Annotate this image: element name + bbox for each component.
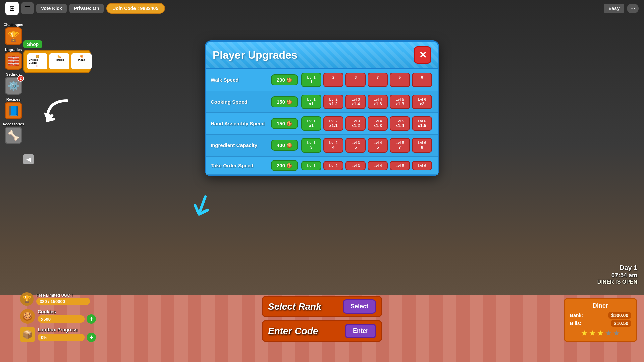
bottom-center-actions: Select Rank Select Enter Code Enter <box>262 296 382 342</box>
upgrade-row-hand-assembly: Hand Assembly Speed 150 🍪 Lvl 1 x1 Lvl 2… <box>206 113 438 135</box>
ingredient-capacity-name: Ingredient Capacity <box>211 142 268 148</box>
hand-assembly-cost[interactable]: 150 🍪 <box>271 118 298 129</box>
level-btn[interactable]: 6 <box>412 73 432 87</box>
level-btn[interactable]: 3 <box>345 73 366 87</box>
cooking-lvl6[interactable]: Lvl 6 x2 <box>412 95 432 109</box>
enter-code-label: Enter Code <box>268 326 341 337</box>
hand-assembly-cost-value: 150 <box>277 121 285 126</box>
cooking-speed-levels: Lvl 1 x1 Lvl 2 x1.2 Lvl 3 x1.4 Lvl 4 x1.… <box>301 95 433 109</box>
upgrade-row-cooking-speed: Cooking Speed 150 🍪 Lvl 1 x1 Lvl 2 x1.2 <box>206 91 438 113</box>
take-order-lvl5[interactable]: Lvl 5 <box>390 161 410 170</box>
take-order-cost-value: 200 <box>277 163 285 168</box>
modal-body[interactable]: Walk Speed 200 🍪 Lvl 11 2 3 7 5 6 Cookin… <box>206 69 438 175</box>
ingredient-lvl5[interactable]: Lvl 5 7 <box>390 138 410 153</box>
hand-lvl6[interactable]: Lvl 6 x1.5 <box>412 116 432 131</box>
hand-lvl5[interactable]: Lvl 5 x1.4 <box>390 116 410 131</box>
ingredient-capacity-cost[interactable]: 400 🍪 <box>271 140 298 151</box>
take-order-lvl6[interactable]: Lvl 6 <box>412 161 432 170</box>
upgrade-partial-levels: Lvl 11 2 3 7 5 6 <box>301 73 433 87</box>
cooking-speed-cost[interactable]: 150 🍪 <box>271 96 298 107</box>
modal-header: Player Upgrades ✕ <box>206 42 438 69</box>
take-order-levels: Lvl 1 Lvl 2 Lvl 3 Lvl 4 Lvl 5 <box>301 161 433 170</box>
modal-title: Player Upgrades <box>213 49 298 61</box>
enter-code-button[interactable]: Enter <box>345 324 376 338</box>
select-rank-button[interactable]: Select <box>343 299 376 314</box>
cooking-lvl3[interactable]: Lvl 3 x1.4 <box>345 95 366 109</box>
cooking-lvl1[interactable]: Lvl 1 x1 <box>301 95 321 109</box>
upgrade-row-ingredient: Ingredient Capacity 400 🍪 Lvl 1 3 Lvl 2 … <box>206 135 438 157</box>
select-rank-row: Select Rank Select <box>262 296 382 317</box>
take-order-lvl3[interactable]: Lvl 3 <box>345 161 366 170</box>
enter-code-row: Enter Code Enter <box>262 320 382 342</box>
cooking-speed-cookie-icon: 🍪 <box>286 99 292 105</box>
upgrade-partial-cost[interactable]: 200 🍪 <box>271 74 298 85</box>
hand-lvl4[interactable]: Lvl 4 x1.3 <box>368 116 388 131</box>
ingredient-lvl3[interactable]: Lvl 3 5 <box>345 138 366 153</box>
upgrade-row-take-order: Take Order Speed 200 🍪 Lvl 1 Lvl 2 Lvl 3 <box>206 157 438 175</box>
level-btn[interactable]: 7 <box>368 73 388 87</box>
ingredient-cookie-icon: 🍪 <box>286 143 292 148</box>
select-rank-label: Select Rank <box>268 301 339 312</box>
take-order-lvl1[interactable]: Lvl 1 <box>301 161 321 170</box>
cooking-speed-cost-value: 150 <box>277 99 285 105</box>
take-order-name: Take Order Speed <box>211 163 268 168</box>
ingredient-lvl2[interactable]: Lvl 2 4 <box>323 138 343 153</box>
player-upgrades-modal: Player Upgrades ✕ Walk Speed 200 🍪 Lvl 1… <box>205 40 439 176</box>
ingredient-levels: Lvl 1 3 Lvl 2 4 Lvl 3 5 Lvl 4 6 <box>301 138 433 153</box>
take-order-cookie-icon: 🍪 <box>286 163 292 168</box>
ingredient-capacity-cost-value: 400 <box>277 142 285 148</box>
ingredient-lvl4[interactable]: Lvl 4 6 <box>368 138 388 153</box>
hand-lvl1[interactable]: Lvl 1 x1 <box>301 116 321 131</box>
hand-assembly-levels: Lvl 1 x1 Lvl 2 x1.1 Lvl 3 x1.2 Lvl 4 x1.… <box>301 116 433 131</box>
upgrade-row-partial: Walk Speed 200 🍪 Lvl 11 2 3 7 5 6 <box>206 69 438 91</box>
cooking-lvl4[interactable]: Lvl 4 x1.6 <box>368 95 388 109</box>
hand-assembly-cookie-icon: 🍪 <box>286 121 292 126</box>
hand-assembly-name: Hand Assembly Speed <box>211 121 268 126</box>
take-order-lvl2[interactable]: Lvl 2 <box>323 161 343 170</box>
cooking-speed-name: Cooking Speed <box>211 99 268 105</box>
take-order-lvl4[interactable]: Lvl 4 <box>368 161 388 170</box>
hand-lvl2[interactable]: Lvl 2 x1.1 <box>323 116 343 131</box>
upgrade-partial-name: Walk Speed <box>211 77 268 83</box>
ingredient-lvl1[interactable]: Lvl 1 3 <box>301 138 321 153</box>
cooking-lvl5[interactable]: Lvl 5 x1.8 <box>390 95 410 109</box>
level-btn[interactable]: 5 <box>390 73 410 87</box>
level-btn[interactable]: Lvl 11 <box>301 73 321 87</box>
ingredient-lvl6[interactable]: Lvl 6 8 <box>412 138 432 153</box>
take-order-cost[interactable]: 200 🍪 <box>271 160 298 171</box>
cooking-lvl2[interactable]: Lvl 2 x1.2 <box>323 95 343 109</box>
modal-close-button[interactable]: ✕ <box>414 46 431 64</box>
level-btn[interactable]: 2 <box>323 73 343 87</box>
hand-lvl3[interactable]: Lvl 3 x1.2 <box>345 116 366 131</box>
